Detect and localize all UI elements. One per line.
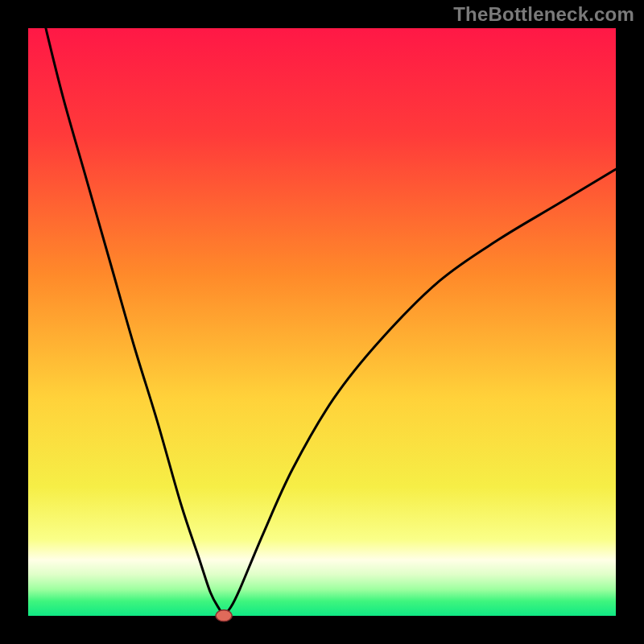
plot-background [28,28,616,616]
optimal-marker [216,610,232,621]
bottleneck-chart [0,0,644,644]
chart-frame: TheBottleneck.com [0,0,644,644]
